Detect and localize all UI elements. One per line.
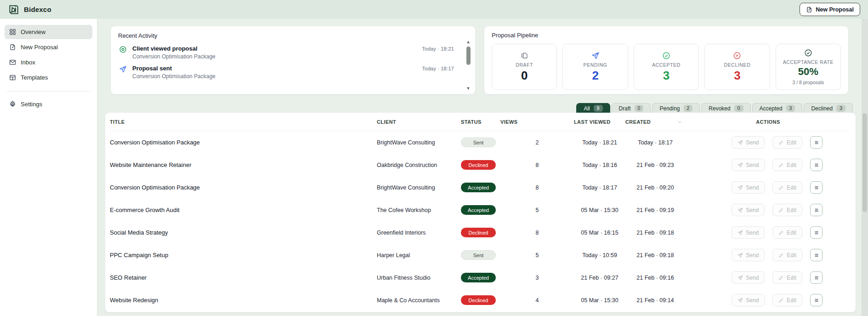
status-badge: Declined (461, 228, 496, 237)
proposals-table: TITLE CLIENT STATUS VIEWS LAST VIEWED CR… (105, 113, 856, 312)
tab-label: All (584, 105, 590, 112)
scroll-down-icon[interactable]: ▼ (466, 86, 471, 91)
edit-button[interactable]: Edit (772, 204, 802, 216)
proposal-created: 21 Feb · 09:23 (625, 162, 685, 168)
proposal-views: 4 (500, 297, 574, 304)
send-button[interactable]: Send (732, 249, 765, 261)
status-badge: Accepted (461, 273, 496, 282)
row-menu-button[interactable] (810, 271, 823, 284)
send-button[interactable]: Send (732, 136, 765, 149)
page-scrollbar-thumb[interactable] (862, 113, 867, 212)
eye-icon (118, 45, 127, 60)
proposal-client: BrightWave Consulting (377, 139, 461, 146)
status-badge: Declined (461, 160, 496, 170)
sidebar: Overview New Proposal Inbox (0, 19, 97, 316)
tab-count-badge: 0 (734, 105, 743, 112)
sidebar-item-inbox[interactable]: Inbox (5, 55, 92, 69)
activity-time: Today · 18:17 (422, 65, 454, 80)
row-actions: Send Edit (685, 136, 851, 149)
edit-button[interactable]: Edit (772, 181, 802, 194)
status-badge-wrap: Declined (461, 160, 500, 170)
proposal-last-viewed: 05 Mar · 16:15 (574, 230, 625, 236)
pencil-icon (778, 253, 784, 258)
tab-count-badge: 3 (786, 105, 795, 112)
proposal-views: 5 (500, 252, 574, 259)
stat-value: 3 (734, 69, 740, 82)
activity-scroll-track[interactable] (466, 46, 471, 85)
chevron-down-icon[interactable] (677, 119, 682, 125)
row-menu-button[interactable] (810, 159, 823, 171)
status-badge-wrap: Sent (461, 138, 500, 147)
sidebar-item-settings[interactable]: Settings (5, 97, 92, 111)
brand: Bidexco (8, 4, 51, 16)
row-menu-button[interactable] (810, 181, 823, 194)
edit-button[interactable]: Edit (772, 136, 802, 149)
send-button[interactable]: Send (732, 226, 765, 239)
column-header-views: VIEWS (500, 119, 574, 125)
edit-button[interactable]: Edit (772, 226, 802, 239)
main-content: Recent Activity Client viewed proposal C… (97, 19, 868, 316)
tab-declined[interactable]: Declined3 (804, 103, 853, 113)
page-scrollbar[interactable] (862, 19, 868, 316)
file-plus-icon (9, 44, 16, 51)
proposal-client: Oakbridge Construction (377, 162, 461, 168)
row-menu-button[interactable] (810, 226, 823, 239)
stat-value: 3 (663, 69, 669, 82)
send-button[interactable]: Send (732, 181, 765, 194)
topbar: Bidexco New Proposal (0, 0, 868, 19)
sidebar-item-label: New Proposal (21, 44, 58, 51)
edit-button[interactable]: Edit (772, 249, 802, 261)
stat-accepted: ACCEPTED 3 (634, 44, 699, 90)
row-menu-button[interactable] (810, 204, 823, 216)
row-menu-button[interactable] (810, 136, 823, 149)
scroll-up-icon[interactable]: ▲ (466, 40, 471, 44)
proposal-title: Website Redesign (110, 297, 377, 304)
proposal-views: 5 (500, 207, 574, 213)
grid-icon (9, 29, 16, 35)
row-menu-button[interactable] (810, 249, 823, 261)
sidebar-item-templates[interactable]: Templates (5, 70, 92, 85)
edit-button[interactable]: Edit (772, 159, 802, 171)
activity-item: Client viewed proposal Conversion Optimi… (118, 45, 454, 60)
pencil-icon (778, 275, 784, 281)
tab-all[interactable]: All8 (576, 103, 610, 113)
send-label: Send (746, 297, 759, 304)
activity-time: Today · 18:21 (422, 45, 454, 60)
proposal-last-viewed: Today · 18:21 (574, 139, 625, 146)
edit-label: Edit (787, 162, 796, 168)
edit-button[interactable]: Edit (772, 271, 802, 284)
status-badge-wrap: Declined (461, 228, 500, 237)
send-icon (738, 185, 743, 190)
edit-button[interactable]: Edit (772, 294, 802, 306)
recent-activity-card: Recent Activity Client viewed proposal C… (111, 26, 475, 94)
table-row: E-commerce Growth Audit The Cofee Worksh… (110, 199, 851, 221)
send-button[interactable]: Send (732, 271, 765, 284)
tab-pending[interactable]: Pending2 (652, 103, 700, 113)
tab-draft[interactable]: Draft0 (612, 103, 651, 113)
table-row: Website Redesign Maple & Co Accountants … (110, 289, 851, 311)
status-badge-wrap: Sent (461, 250, 500, 260)
column-header-created-label: CREATED (625, 119, 651, 125)
sidebar-item-overview[interactable]: Overview (5, 25, 92, 39)
table-row: PPC Campaign Setup Harper Legal Sent 5 T… (110, 244, 851, 266)
tab-revoked[interactable]: Revoked0 (701, 103, 750, 113)
send-button[interactable]: Send (732, 294, 765, 306)
send-label: Send (746, 252, 759, 259)
activity-scroll-thumb[interactable] (466, 46, 471, 65)
row-menu-button[interactable] (810, 294, 823, 306)
proposal-views: 8 (500, 162, 574, 168)
send-button[interactable]: Send (732, 159, 765, 171)
proposal-client: Maple & Co Accountants (377, 297, 461, 304)
proposal-views: 3 (500, 275, 574, 281)
hamburger-menu-icon (814, 162, 819, 168)
tab-accepted[interactable]: Accepted3 (752, 103, 803, 113)
edit-label: Edit (787, 297, 796, 304)
new-proposal-button[interactable]: New Proposal (800, 3, 860, 16)
table-body: Conversion Optimisation Package BrightWa… (110, 131, 851, 311)
send-icon (738, 253, 743, 258)
stat-label: DRAFT (516, 62, 533, 68)
pencil-icon (778, 185, 784, 190)
proposal-title: Social Media Strategy (110, 229, 377, 236)
send-button[interactable]: Send (732, 204, 765, 216)
sidebar-item-new-proposal[interactable]: New Proposal (5, 40, 92, 54)
